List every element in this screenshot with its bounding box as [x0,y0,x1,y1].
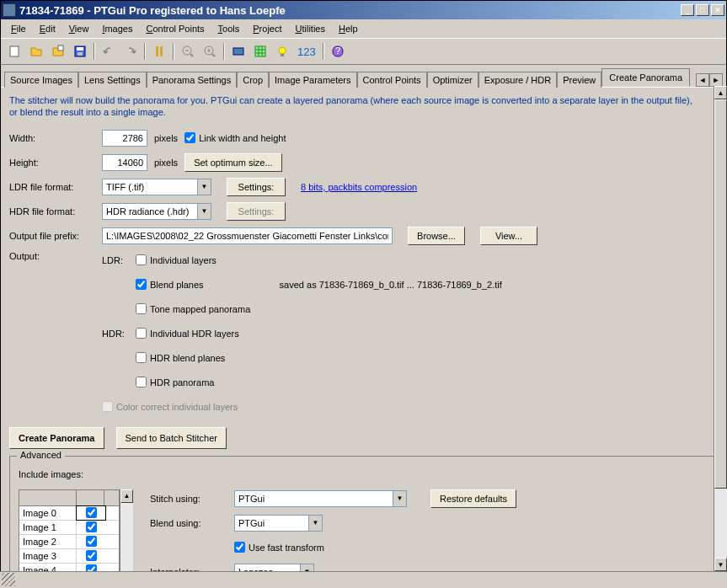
tab-source-images[interactable]: Source Images [4,72,78,88]
image-row[interactable]: Image 0 [19,506,119,521]
browse-button[interactable]: Browse... [408,227,465,245]
main-scrollbar[interactable]: ▲ ▼ [714,86,727,571]
hdr-blend-checkbox[interactable]: HDR blend planes [136,352,225,363]
bulb-icon[interactable] [272,41,292,61]
compression-link[interactable]: 8 bits, packbits compression [301,182,417,192]
ldr-format-combo[interactable]: TIFF (.tif)▼ [102,179,211,195]
height-input[interactable] [102,154,147,171]
scroll-up-icon[interactable]: ▲ [120,489,133,503]
hdr-format-combo[interactable]: HDR radiance (.hdr)▼ [102,203,211,220]
svg-line-13 [212,54,215,56]
advanced-legend: Advanced [17,450,65,460]
tab-panorama-settings[interactable]: Panorama Settings [147,72,238,88]
set-optimum-button[interactable]: Set optimum size... [184,153,282,172]
chevron-down-icon[interactable]: ▼ [308,516,322,531]
close-button[interactable]: ✕ [711,4,724,16]
minimize-button[interactable]: _ [681,4,694,16]
menu-tools[interactable]: Tools [211,21,247,36]
blend-using-label: Blend using: [150,518,234,528]
tab-control-points[interactable]: Control Points [357,72,427,88]
menu-project[interactable]: Project [246,21,288,36]
chevron-down-icon[interactable]: ▼ [393,491,406,506]
prefix-input[interactable] [102,227,393,244]
tab-create-panorama[interactable]: Create Panorama [601,68,690,87]
svg-rect-15 [255,46,265,56]
prefix-label: Output file prefix: [9,231,102,241]
svg-rect-1 [58,45,63,51]
image-row[interactable]: Image 2 [19,535,119,549]
undo-icon[interactable] [99,41,119,61]
scroll-down-icon[interactable]: ▼ [714,558,727,571]
image-name: Image 0 [19,506,77,520]
open-project-icon[interactable] [48,41,68,61]
tone-mapped-checkbox[interactable]: Tone mapped panorama [136,303,250,314]
width-label: Width: [9,133,102,143]
image-include-checkbox[interactable] [86,550,97,561]
svg-rect-4 [78,52,83,56]
resize-grip-icon[interactable] [2,573,15,586]
menu-utilities[interactable]: Utilities [289,21,332,36]
restore-defaults-button[interactable]: Restore defaults [430,489,516,508]
img-col-name[interactable] [19,490,77,505]
create-panorama-button[interactable]: Create Panorama [9,427,104,449]
hdr-format-label: HDR file format: [9,206,102,216]
help-icon[interactable]: ? [328,41,348,61]
svg-rect-14 [233,48,243,55]
menu-help[interactable]: Help [332,21,365,36]
scroll-up-icon[interactable]: ▲ [714,86,727,99]
image-row[interactable]: Image 3 [19,549,119,564]
stitch-using-combo[interactable]: PTGui▼ [234,490,407,507]
tab-preview[interactable]: Preview [557,72,601,88]
width-units: pixels [154,133,178,143]
blend-planes-checkbox[interactable]: Blend planes [136,279,204,290]
open-icon[interactable] [26,41,46,61]
numeric-button[interactable]: 123 [294,45,319,58]
tab-lens-settings[interactable]: Lens Settings [78,72,147,88]
svg-rect-0 [10,46,19,56]
chevron-down-icon[interactable]: ▼ [197,204,211,219]
zoom-out-icon[interactable] [178,41,198,61]
img-col-check[interactable] [77,490,104,505]
svg-rect-5 [156,46,158,56]
image-include-checkbox[interactable] [86,521,97,532]
tools-icon[interactable] [149,41,169,61]
menu-images[interactable]: Images [95,21,139,36]
blend-using-combo[interactable]: PTGui▼ [234,515,323,532]
tab-optimizer[interactable]: Optimizer [427,72,478,88]
image-include-checkbox[interactable] [86,536,97,547]
width-input[interactable] [102,130,147,147]
menu-view[interactable]: View [62,21,96,36]
tab-scroll-left[interactable]: ◄ [696,73,709,87]
redo-icon[interactable] [120,41,141,61]
image-row[interactable]: Image 1 [19,521,119,535]
batch-stitcher-button[interactable]: Send to Batch Stitcher [116,427,227,449]
image-include-checkbox[interactable] [86,507,97,518]
maximize-button[interactable]: □ [696,4,709,16]
ldr-settings-button[interactable]: Settings: [227,178,286,196]
panorama-editor-icon[interactable] [228,41,249,61]
tab-scroll-right[interactable]: ► [709,73,723,87]
link-checkbox[interactable]: Link width and height [184,132,286,143]
new-icon[interactable] [4,41,24,61]
tab-image-parameters[interactable]: Image Parameters [269,72,356,88]
info-text: The stitcher will now build the panorama… [9,94,700,119]
grid-icon[interactable] [250,41,270,61]
menu-file[interactable]: File [4,21,33,36]
save-icon[interactable] [70,41,90,61]
zoom-in-icon[interactable] [200,41,220,61]
view-button[interactable]: View... [480,227,537,245]
tab-exposure-hdr[interactable]: Exposure / HDR [478,72,557,88]
menu-controlpoints[interactable]: Control Points [139,21,211,36]
ldr-format-label: LDR file format: [9,182,102,192]
individual-hdr-checkbox[interactable]: Individual HDR layers [136,328,239,339]
advanced-group: Advanced Include images: Image 0Image 1I… [9,456,718,588]
fast-transform-checkbox[interactable]: Use fast transform [234,542,324,553]
svg-text:?: ? [335,45,340,56]
status-bar [0,571,727,588]
hdr-panorama-checkbox[interactable]: HDR panorama [136,377,214,388]
chevron-down-icon[interactable]: ▼ [197,179,211,195]
menu-edit[interactable]: Edit [33,21,62,36]
tab-crop[interactable]: Crop [237,72,269,88]
toolbar: 123 ? [1,38,726,65]
individual-layers-checkbox[interactable]: Individual layers [136,254,216,265]
